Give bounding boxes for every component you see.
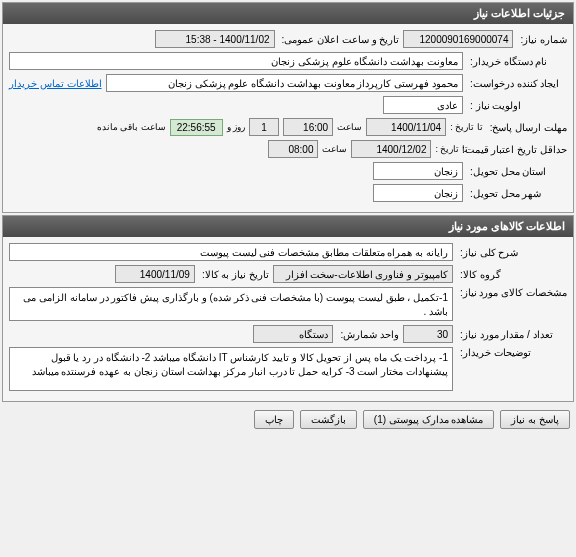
desc-label: شرح کلی نیاز:	[457, 247, 567, 258]
validity-date-field: 1400/12/02	[351, 140, 431, 158]
unit-label: واحد شمارش:	[337, 329, 399, 340]
panel2-body: شرح کلی نیاز: رایانه به همراه متعلقات مط…	[3, 237, 573, 401]
priority-label: اولویت نیاز :	[467, 100, 567, 111]
goods-info-panel: اطلاعات کالاهای مورد نیاز شرح کلی نیاز: …	[2, 215, 574, 402]
panel2-header: اطلاعات کالاهای مورد نیاز	[3, 216, 573, 237]
pub-field: 1400/11/02 - 15:38	[155, 30, 275, 48]
qty-field: 30	[403, 325, 453, 343]
desc-field: رایانه به همراه متعلقات مطابق مشخصات فنی…	[9, 243, 453, 261]
remain-suffix: ساعت باقی مانده	[97, 122, 166, 132]
contact-link[interactable]: اطلاعات تماس خریدار	[9, 78, 102, 89]
need-no-field: 1200090169000074	[403, 30, 513, 48]
creator-field: محمود فهرستی کارپرداز معاونت بهداشت دانش…	[106, 74, 463, 92]
group-label: گروه کالا:	[457, 269, 567, 280]
resp-time-field: 16:00	[283, 118, 333, 136]
notes-field: 1- پرداخت یک ماه پس از تحویل کالا و تایی…	[9, 347, 453, 391]
qty-label: تعداد / مقدار مورد نیاز:	[457, 329, 567, 340]
delivery-city-field: زنجان	[373, 184, 463, 202]
countdown: 22:56:55	[170, 119, 223, 136]
remain-days-field: 1	[249, 118, 279, 136]
need-to-date-field: 1400/11/09	[115, 265, 195, 283]
delivery-city-label: شهر محل تحویل:	[467, 188, 567, 199]
delivery-prov-field: زنجان	[373, 162, 463, 180]
print-button[interactable]: چاپ	[254, 410, 294, 429]
notes-label: توضیحات خریدار:	[457, 347, 567, 358]
creator-label: ایجاد کننده درخواست:	[467, 78, 567, 89]
action-buttons: پاسخ به نیاز مشاهده مدارک پیوستی (1) باز…	[0, 404, 576, 435]
spec-label: مشخصات کالای مورد نیاز:	[457, 287, 567, 298]
back-button[interactable]: بازگشت	[300, 410, 357, 429]
remain-days-label: روز و	[227, 122, 246, 132]
resp-date-field: 1400/11/04	[366, 118, 446, 136]
reply-button[interactable]: پاسخ به نیاز	[500, 410, 570, 429]
attachments-button[interactable]: مشاهده مدارک پیوستی (1)	[363, 410, 495, 429]
validity-time-field: 08:00	[268, 140, 318, 158]
spec-field: 1-تکمیل ، طبق لیست پیوست (با مشخصات فنی …	[9, 287, 453, 321]
need-to-date-label: تاریخ نیاز به کالا:	[199, 269, 269, 280]
panel1-header: جزئیات اطلاعات نیاز	[3, 3, 573, 24]
need-details-panel: جزئیات اطلاعات نیاز شماره نیاز: 12000901…	[2, 2, 574, 213]
priority-field: عادی	[383, 96, 463, 114]
unit-field: دستگاه	[253, 325, 333, 343]
delivery-prov-label: استان محل تحویل:	[467, 166, 567, 177]
time-label-1: ساعت	[337, 122, 362, 132]
to-date-label: تا تاریخ :	[450, 122, 483, 132]
pub-label: تاریخ و ساعت اعلان عمومی:	[279, 34, 400, 45]
time-label-2: ساعت	[322, 144, 347, 154]
need-no-label: شماره نیاز:	[517, 34, 567, 45]
to-date-label-2: تا تاریخ :	[435, 144, 468, 154]
panel1-body: شماره نیاز: 1200090169000074 تاریخ و ساع…	[3, 24, 573, 212]
buyer-org-field: معاونت بهداشت دانشگاه علوم پزشکی زنجان	[9, 52, 463, 70]
resp-deadline-label: مهلت ارسال پاسخ:	[487, 122, 567, 133]
group-field: کامپیوتر و فناوری اطلاعات-سخت افزار	[273, 265, 453, 283]
buyer-org-label: نام دستگاه خریدار:	[467, 56, 567, 67]
validity-label: حداقل تاریخ اعتبار قیمت:	[472, 144, 567, 155]
